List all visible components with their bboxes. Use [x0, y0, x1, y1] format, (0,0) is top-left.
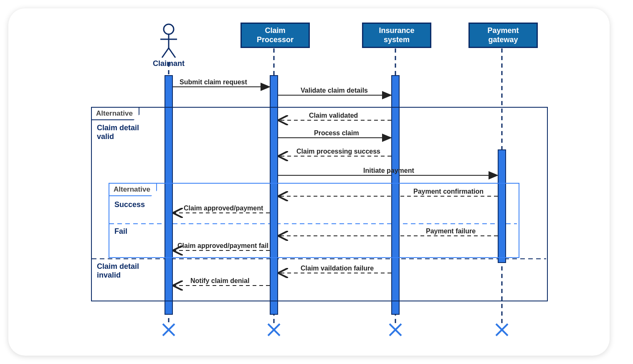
msg-approved-payment: Claim approved/payment [184, 205, 263, 212]
msg-claim-validated: Claim validated [309, 112, 358, 119]
msg-validation-failure: Claim vaildation failure [301, 265, 374, 272]
lifeline-insurance-system: Insurance system [362, 23, 431, 48]
fragment-alt-outer-cond-invalid: Claim detail invalid [97, 262, 139, 280]
msg-approved-payment-fail: Claim approved/payment fail [177, 242, 268, 250]
svg-line-24 [163, 324, 175, 336]
svg-line-28 [390, 324, 401, 336]
msg-notify-denial: Notify claim denial [190, 277, 249, 285]
msg-payment-confirmation: Payment confirmation [413, 188, 484, 195]
fragment-alt-outer-label: Alternative [92, 108, 139, 120]
svg-point-4 [164, 24, 174, 34]
msg-processing-success: Claim processing success [296, 148, 380, 155]
actor-claimant-label: Claimant [146, 59, 191, 68]
lifeline-claim-processor: Claim Processor [241, 23, 310, 48]
fragment-alt-inner-label: Alternative [109, 184, 157, 196]
svg-line-8 [169, 48, 175, 58]
svg-line-29 [496, 324, 508, 336]
fragment-alt-inner-cond-fail: Fail [114, 227, 127, 236]
msg-validate-details: Validate claim details [301, 87, 368, 94]
fragment-alt-outer-cond-valid: Claim detail valid [97, 124, 139, 141]
svg-line-7 [162, 48, 169, 58]
svg-line-30 [496, 324, 508, 336]
fragment-alt-inner-cond-success: Success [114, 200, 145, 209]
svg-line-27 [390, 324, 401, 336]
lifeline-payment-gateway: Payment gateway [468, 23, 538, 48]
svg-line-25 [268, 324, 280, 336]
msg-initiate-payment: Initiate payment [363, 167, 414, 174]
msg-submit-claim: Submit claim request [180, 78, 247, 86]
svg-line-26 [268, 324, 280, 336]
msg-process-claim: Process claim [314, 129, 359, 137]
svg-line-23 [163, 324, 175, 336]
msg-payment-failure: Payment failure [426, 228, 476, 235]
uml-sequence-diagram: Claimant Claim Processor Insurance syste… [8, 8, 610, 356]
